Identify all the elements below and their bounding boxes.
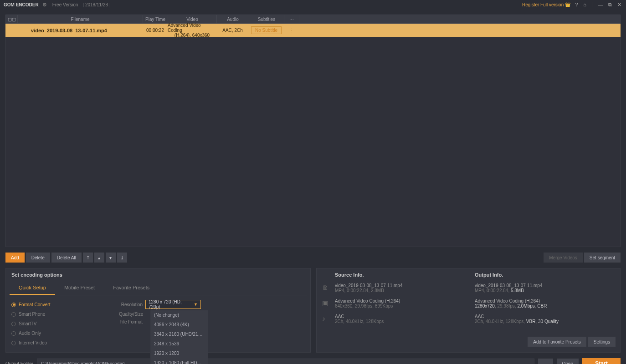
app-name: GOM ENCODER <box>4 2 39 7</box>
preset-radio-group: Format Convert Smart Phone SmartTV Audio… <box>10 300 119 348</box>
output-file-info: video_2019-03-08_13-07-11.mp4 MP4, 0:00:… <box>475 283 615 293</box>
file-icon: 🗎 <box>322 283 335 291</box>
move-bottom-icon[interactable]: ⤓ <box>117 253 127 263</box>
source-file-info: video_2019-03-08_13-07-11.mp4 MP4, 0:00:… <box>335 283 475 293</box>
cell-video: Advanced Video Coding (H.264), 640x360 <box>168 23 216 38</box>
add-favorite-button[interactable]: Add to Favorite Presets <box>528 337 586 347</box>
cell-subtitle: No Subtitle <box>249 26 284 34</box>
radio-dot-icon <box>11 341 16 345</box>
file-list-panel: ▢▢ Filename Play Time Video Audio Subtit… <box>5 15 621 247</box>
delete-button[interactable]: Delete <box>26 253 50 263</box>
cell-playtime: 00:00:22 <box>143 28 168 33</box>
col-audio[interactable]: Audio <box>217 15 249 23</box>
radio-dot-icon <box>11 303 16 307</box>
cell-filename: video_2019-03-08_13-07-11.mp4 <box>17 28 143 33</box>
encoding-tabs: Quick Setup Mobile Preset Favorite Prese… <box>10 281 307 295</box>
col-more[interactable]: ⋯ <box>284 15 299 23</box>
info-actions: Add to Favorite Presets Settings <box>317 334 620 351</box>
bottom-panels: Set encoding options Quick Setup Mobile … <box>5 268 621 353</box>
table-header: ▢▢ Filename Play Time Video Audio Subtit… <box>5 15 621 24</box>
tab-quick-setup[interactable]: Quick Setup <box>10 281 55 295</box>
resolution-dropdown[interactable]: (No change) 4096 x 2048 (4K) 3840 x 2160… <box>150 310 208 364</box>
encoding-options-panel: Set encoding options Quick Setup Mobile … <box>5 268 311 353</box>
info-headers: Source Info. Output Info. <box>317 268 620 281</box>
dropdown-item[interactable]: 3840 x 2160 (UHD/2160P) <box>150 329 208 339</box>
audio-icon: ♪ <box>322 314 335 322</box>
video-icon: ▣ <box>322 298 335 307</box>
resolution-label: Resolution <box>119 302 145 307</box>
crown-icon: 👑 <box>565 2 570 7</box>
radio-dot-icon <box>11 312 16 317</box>
radio-dot-icon <box>11 322 16 326</box>
radio-smart-tv[interactable]: SmartTV <box>10 319 119 329</box>
home-icon[interactable]: ⌂ <box>582 2 587 7</box>
settings-button[interactable]: Settings <box>588 337 616 347</box>
output-bar: Output Folder C:\Users\marti\Documents\G… <box>5 358 621 364</box>
file-list-empty-area[interactable] <box>5 37 621 247</box>
row-more-icon[interactable]: ⋮ <box>284 28 299 33</box>
cell-audio: AAC, 2Ch <box>216 28 249 33</box>
delete-all-button[interactable]: Delete All <box>51 253 82 263</box>
tab-mobile-preset[interactable]: Mobile Preset <box>55 281 104 295</box>
minimize-icon[interactable]: — <box>597 2 604 7</box>
dropdown-item[interactable]: 2048 x 1536 <box>150 339 208 349</box>
resolution-combobox[interactable]: 1280 x 720 (HD, 720p) ▼ <box>145 300 201 309</box>
output-path-field[interactable]: C:\Users\marti\Documents\GOMEncoder\ <box>37 359 534 364</box>
table-row[interactable]: video_2019-03-08_13-07-11.mp4 00:00:22 A… <box>5 24 621 37</box>
build-date: [ 2018/11/28 ] <box>82 2 110 7</box>
help-icon[interactable]: ? <box>574 2 579 7</box>
titlebar: GOM ENCODER ⚙ Free Version [ 2018/11/28 … <box>0 0 626 9</box>
output-video-info: Advanced Video Coding (H.264) 1280x720, … <box>475 298 615 308</box>
dropdown-item[interactable]: 4096 x 2048 (4K) <box>150 320 208 329</box>
info-panel: Source Info. Output Info. 🗎 video_2019-0… <box>316 268 621 353</box>
dropdown-item[interactable]: 1920 x 1200 <box>150 349 208 358</box>
output-audio-info: AAC 2Ch, 48.0KHz, 128Kbps, VBR, 30 Quali… <box>475 314 615 324</box>
move-down-icon[interactable]: ▾ <box>106 253 116 263</box>
tab-favorite-presets[interactable]: Favorite Presets <box>104 281 159 295</box>
col-playtime[interactable]: Play Time <box>143 15 168 23</box>
radio-dot-icon <box>11 331 16 336</box>
output-folder-label: Output Folder <box>5 361 33 364</box>
dropdown-item[interactable]: (No change) <box>150 310 208 320</box>
source-video-info: Advanced Video Coding (H.264) 640x360, 2… <box>335 298 475 308</box>
radio-audio-only[interactable]: Audio Only <box>10 329 119 338</box>
source-info-title: Source Info. <box>335 272 475 278</box>
action-bar: Add Delete Delete All ⤒ ▴ ▾ ⤓ Merge Vide… <box>5 253 621 263</box>
col-subtitles[interactable]: Subtitles <box>249 15 284 23</box>
register-link[interactable]: Register Full version 👑 <box>522 2 570 7</box>
radio-format-convert[interactable]: Format Convert <box>10 300 119 309</box>
info-body: 🗎 video_2019-03-08_13-07-11.mp4 MP4, 0:0… <box>317 281 620 334</box>
source-audio-info: AAC 2Ch, 48.0KHz, 128Kbps <box>335 314 475 324</box>
col-filename[interactable]: Filename <box>18 15 143 23</box>
maximize-icon[interactable]: ⧉ <box>607 2 613 8</box>
col-index[interactable]: ▢▢ <box>6 15 18 23</box>
radio-internet-video[interactable]: Internet Video <box>10 338 119 348</box>
add-button[interactable]: Add <box>5 253 25 263</box>
quality-label: Quality/Size <box>119 312 145 317</box>
gear-icon[interactable]: ⚙ <box>42 2 47 8</box>
browse-button[interactable]: ... <box>538 359 553 364</box>
dropdown-item[interactable]: 1920 x 1080 (Full HD, 108... <box>150 358 208 364</box>
close-icon[interactable]: ✕ <box>616 2 622 8</box>
col-video[interactable]: Video <box>168 15 217 23</box>
merge-videos-button: Merge Videos <box>544 253 583 263</box>
encoding-title: Set encoding options <box>6 268 310 281</box>
open-button[interactable]: Open <box>557 359 579 364</box>
setup-body: Format Convert Smart Phone SmartTV Audio… <box>6 295 310 352</box>
set-segment-button[interactable]: Set segment <box>584 253 621 263</box>
move-up-icon[interactable]: ▴ <box>94 253 104 263</box>
start-button[interactable]: Start <box>582 358 621 364</box>
output-info-title: Output Info. <box>475 272 615 278</box>
subtitle-button[interactable]: No Subtitle <box>251 26 282 34</box>
version-label: Free Version <box>52 2 78 7</box>
format-label: File Format <box>119 319 145 324</box>
radio-smart-phone[interactable]: Smart Phone <box>10 309 119 319</box>
chevron-down-icon: ▼ <box>194 302 198 307</box>
separator <box>592 2 592 7</box>
move-top-icon[interactable]: ⤒ <box>83 253 93 263</box>
